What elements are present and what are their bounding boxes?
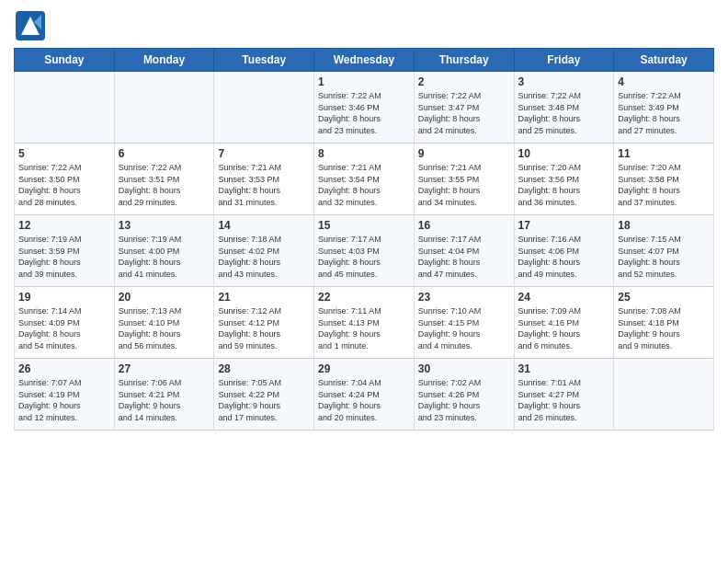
day-number: 31 xyxy=(518,362,610,375)
calendar-cell: 22Sunrise: 7:11 AM Sunset: 4:13 PM Dayli… xyxy=(314,287,415,359)
day-number: 5 xyxy=(18,147,110,160)
cell-info: Sunrise: 7:14 AM Sunset: 4:09 PM Dayligh… xyxy=(18,305,110,351)
day-number: 17 xyxy=(518,219,610,232)
day-number: 20 xyxy=(119,291,210,304)
cell-info: Sunrise: 7:09 AM Sunset: 4:16 PM Dayligh… xyxy=(518,305,610,351)
calendar-cell: 5Sunrise: 7:22 AM Sunset: 3:50 PM Daylig… xyxy=(15,144,115,215)
calendar-cell: 25Sunrise: 7:08 AM Sunset: 4:18 PM Dayli… xyxy=(614,287,714,359)
cell-info: Sunrise: 7:21 AM Sunset: 3:54 PM Dayligh… xyxy=(318,162,410,208)
calendar-cell: 18Sunrise: 7:15 AM Sunset: 4:07 PM Dayli… xyxy=(614,215,714,287)
cell-info: Sunrise: 7:22 AM Sunset: 3:46 PM Dayligh… xyxy=(318,90,410,136)
day-number: 26 xyxy=(18,362,110,375)
day-number: 24 xyxy=(518,291,610,304)
day-number: 29 xyxy=(318,362,410,375)
calendar-cell: 4Sunrise: 7:22 AM Sunset: 3:49 PM Daylig… xyxy=(614,72,714,144)
day-number: 12 xyxy=(18,219,110,232)
cell-info: Sunrise: 7:10 AM Sunset: 4:15 PM Dayligh… xyxy=(418,305,510,351)
cell-info: Sunrise: 7:21 AM Sunset: 3:55 PM Dayligh… xyxy=(418,162,510,208)
calendar-cell: 12Sunrise: 7:19 AM Sunset: 3:59 PM Dayli… xyxy=(15,215,115,287)
cell-info: Sunrise: 7:05 AM Sunset: 4:22 PM Dayligh… xyxy=(218,377,310,423)
weekday-header: Saturday xyxy=(614,49,714,72)
calendar-cell xyxy=(614,359,714,431)
weekday-header: Sunday xyxy=(15,49,115,72)
calendar-cell: 11Sunrise: 7:20 AM Sunset: 3:58 PM Dayli… xyxy=(614,144,714,215)
day-number: 11 xyxy=(618,147,710,160)
calendar-cell: 14Sunrise: 7:18 AM Sunset: 4:02 PM Dayli… xyxy=(214,215,314,287)
cell-info: Sunrise: 7:02 AM Sunset: 4:26 PM Dayligh… xyxy=(418,377,510,423)
calendar-cell: 1Sunrise: 7:22 AM Sunset: 3:46 PM Daylig… xyxy=(314,72,415,144)
weekday-header: Wednesday xyxy=(314,49,415,72)
cell-info: Sunrise: 7:06 AM Sunset: 4:21 PM Dayligh… xyxy=(119,377,210,423)
calendar-cell: 26Sunrise: 7:07 AM Sunset: 4:19 PM Dayli… xyxy=(15,359,115,431)
cell-info: Sunrise: 7:15 AM Sunset: 4:07 PM Dayligh… xyxy=(618,234,710,280)
day-number: 21 xyxy=(218,291,310,304)
cell-info: Sunrise: 7:17 AM Sunset: 4:04 PM Dayligh… xyxy=(418,234,510,280)
cell-info: Sunrise: 7:07 AM Sunset: 4:19 PM Dayligh… xyxy=(18,377,110,423)
cell-info: Sunrise: 7:21 AM Sunset: 3:53 PM Dayligh… xyxy=(218,162,310,208)
day-number: 19 xyxy=(18,291,110,304)
calendar-cell: 10Sunrise: 7:20 AM Sunset: 3:56 PM Dayli… xyxy=(514,144,614,215)
cell-info: Sunrise: 7:18 AM Sunset: 4:02 PM Dayligh… xyxy=(218,234,310,280)
day-number: 25 xyxy=(618,291,710,304)
cell-info: Sunrise: 7:16 AM Sunset: 4:06 PM Dayligh… xyxy=(518,234,610,280)
calendar-table: SundayMondayTuesdayWednesdayThursdayFrid… xyxy=(14,48,714,431)
calendar-cell xyxy=(15,72,115,144)
calendar-cell: 29Sunrise: 7:04 AM Sunset: 4:24 PM Dayli… xyxy=(314,359,415,431)
weekday-header: Monday xyxy=(114,49,214,72)
calendar-cell: 30Sunrise: 7:02 AM Sunset: 4:26 PM Dayli… xyxy=(414,359,514,431)
calendar-cell: 8Sunrise: 7:21 AM Sunset: 3:54 PM Daylig… xyxy=(314,144,415,215)
cell-info: Sunrise: 7:22 AM Sunset: 3:48 PM Dayligh… xyxy=(518,90,610,136)
calendar-week-row: 12Sunrise: 7:19 AM Sunset: 3:59 PM Dayli… xyxy=(15,215,714,287)
day-number: 28 xyxy=(218,362,310,375)
calendar-cell: 27Sunrise: 7:06 AM Sunset: 4:21 PM Dayli… xyxy=(114,359,214,431)
cell-info: Sunrise: 7:22 AM Sunset: 3:49 PM Dayligh… xyxy=(618,90,710,136)
calendar-cell: 19Sunrise: 7:14 AM Sunset: 4:09 PM Dayli… xyxy=(15,287,115,359)
calendar-cell: 28Sunrise: 7:05 AM Sunset: 4:22 PM Dayli… xyxy=(214,359,314,431)
cell-info: Sunrise: 7:19 AM Sunset: 3:59 PM Dayligh… xyxy=(18,234,110,280)
cell-info: Sunrise: 7:22 AM Sunset: 3:51 PM Dayligh… xyxy=(119,162,210,208)
calendar-cell: 20Sunrise: 7:13 AM Sunset: 4:10 PM Dayli… xyxy=(114,287,214,359)
day-number: 22 xyxy=(318,291,410,304)
cell-info: Sunrise: 7:20 AM Sunset: 3:56 PM Dayligh… xyxy=(518,162,610,208)
calendar-cell: 21Sunrise: 7:12 AM Sunset: 4:12 PM Dayli… xyxy=(214,287,314,359)
calendar-cell: 15Sunrise: 7:17 AM Sunset: 4:03 PM Dayli… xyxy=(314,215,415,287)
weekday-header: Tuesday xyxy=(214,49,314,72)
logo xyxy=(14,9,51,42)
day-number: 9 xyxy=(418,147,510,160)
calendar-cell: 24Sunrise: 7:09 AM Sunset: 4:16 PM Dayli… xyxy=(514,287,614,359)
day-number: 15 xyxy=(318,219,410,232)
weekday-header: Thursday xyxy=(414,49,514,72)
cell-info: Sunrise: 7:20 AM Sunset: 3:58 PM Dayligh… xyxy=(618,162,710,208)
calendar-cell: 6Sunrise: 7:22 AM Sunset: 3:51 PM Daylig… xyxy=(114,144,214,215)
cell-info: Sunrise: 7:01 AM Sunset: 4:27 PM Dayligh… xyxy=(518,377,610,423)
calendar-cell: 9Sunrise: 7:21 AM Sunset: 3:55 PM Daylig… xyxy=(414,144,514,215)
cell-info: Sunrise: 7:13 AM Sunset: 4:10 PM Dayligh… xyxy=(119,305,210,351)
calendar-cell xyxy=(114,72,214,144)
calendar-cell: 23Sunrise: 7:10 AM Sunset: 4:15 PM Dayli… xyxy=(414,287,514,359)
day-number: 6 xyxy=(119,147,210,160)
calendar-cell xyxy=(214,72,314,144)
day-number: 14 xyxy=(218,219,310,232)
calendar-cell: 3Sunrise: 7:22 AM Sunset: 3:48 PM Daylig… xyxy=(514,72,614,144)
day-number: 7 xyxy=(218,147,310,160)
calendar-week-row: 1Sunrise: 7:22 AM Sunset: 3:46 PM Daylig… xyxy=(15,72,714,144)
cell-info: Sunrise: 7:08 AM Sunset: 4:18 PM Dayligh… xyxy=(618,305,710,351)
day-number: 3 xyxy=(518,75,610,88)
day-number: 27 xyxy=(119,362,210,375)
day-number: 2 xyxy=(418,75,510,88)
cell-info: Sunrise: 7:12 AM Sunset: 4:12 PM Dayligh… xyxy=(218,305,310,351)
day-number: 8 xyxy=(318,147,410,160)
day-number: 1 xyxy=(318,75,410,88)
page: SundayMondayTuesdayWednesdayThursdayFrid… xyxy=(0,0,728,563)
cell-info: Sunrise: 7:11 AM Sunset: 4:13 PM Dayligh… xyxy=(318,305,410,351)
cell-info: Sunrise: 7:17 AM Sunset: 4:03 PM Dayligh… xyxy=(318,234,410,280)
day-number: 30 xyxy=(418,362,510,375)
calendar-cell: 16Sunrise: 7:17 AM Sunset: 4:04 PM Dayli… xyxy=(414,215,514,287)
calendar-week-row: 5Sunrise: 7:22 AM Sunset: 3:50 PM Daylig… xyxy=(15,144,714,215)
day-number: 16 xyxy=(418,219,510,232)
calendar-cell: 7Sunrise: 7:21 AM Sunset: 3:53 PM Daylig… xyxy=(214,144,314,215)
header xyxy=(14,9,714,42)
day-number: 4 xyxy=(618,75,710,88)
calendar-cell: 31Sunrise: 7:01 AM Sunset: 4:27 PM Dayli… xyxy=(514,359,614,431)
calendar-week-row: 26Sunrise: 7:07 AM Sunset: 4:19 PM Dayli… xyxy=(15,359,714,431)
